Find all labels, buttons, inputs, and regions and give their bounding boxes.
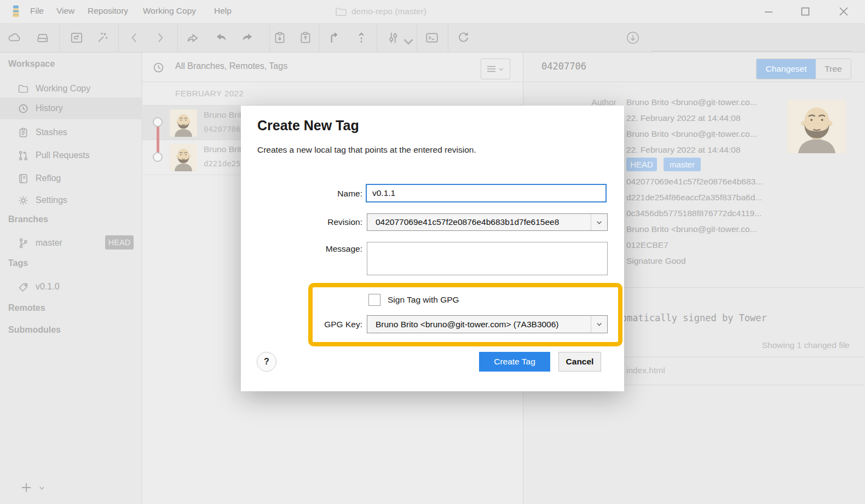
menu-view[interactable]: View xyxy=(56,6,74,16)
maximize-button[interactable] xyxy=(793,0,818,23)
window-title: demo-repo (master) xyxy=(351,7,426,16)
scroll-to-head-icon[interactable] xyxy=(626,31,640,45)
stash-save-icon[interactable] xyxy=(298,31,313,45)
cloud-icon[interactable] xyxy=(8,31,22,45)
local-drive-icon[interactable] xyxy=(36,31,50,45)
toolbar xyxy=(0,23,865,53)
tag-message-textarea[interactable] xyxy=(367,242,608,275)
compare-dropdown-chevron-icon[interactable] xyxy=(401,34,416,49)
minimize-button[interactable] xyxy=(756,0,781,23)
sidebar-item-label: Stashes xyxy=(36,128,67,137)
back-icon[interactable] xyxy=(128,31,142,45)
help-button[interactable]: ? xyxy=(257,352,276,372)
master-ref-badge[interactable]: master xyxy=(664,158,701,171)
sidebar-item-label: v0.1.0 xyxy=(36,282,60,292)
commit-avatar xyxy=(170,144,197,171)
sidebar-item-stashes[interactable]: Stashes xyxy=(0,123,142,142)
signer-row: Bruno Brito <bruno@git-tower.co... xyxy=(626,224,757,234)
create-tag-button[interactable]: Create Tag xyxy=(479,352,550,372)
share-arrow-icon[interactable] xyxy=(186,31,200,45)
dialog-subtitle: Creates a new local tag that points at t… xyxy=(257,145,476,155)
menu-help[interactable]: Help xyxy=(214,6,232,16)
tab-changeset[interactable]: Changeset xyxy=(757,59,816,79)
dialog-title: Create New Tag xyxy=(257,118,359,134)
pull-request-icon xyxy=(18,150,29,161)
sidebar-item-label: Working Copy xyxy=(36,84,90,94)
head-badge: HEAD xyxy=(105,235,134,250)
sidebar-item-pull-requests[interactable]: Pull Requests xyxy=(0,146,142,165)
menu-repository[interactable]: Repository xyxy=(88,6,128,16)
chevron-down-icon xyxy=(38,484,45,491)
sidebar-item-reflog[interactable]: Reflog xyxy=(0,169,142,188)
commit-author: Bruno Brito xyxy=(204,144,246,154)
stash-apply-icon[interactable] xyxy=(273,31,287,45)
signature-status-row: Signature Good xyxy=(626,256,686,266)
menu-bar: File View Repository Working Copy Help d… xyxy=(0,0,865,23)
clock-icon xyxy=(18,103,29,114)
add-repository-button[interactable] xyxy=(20,481,45,494)
section-submodules: Submodules xyxy=(8,325,61,335)
hamburger-icon xyxy=(487,65,496,73)
push-icon[interactable] xyxy=(354,31,368,45)
history-filter-button[interactable] xyxy=(481,59,510,79)
tag-icon xyxy=(18,281,29,293)
gpg-key-select[interactable]: Bruno Brito <bruno@git-tower.com> (7A3B3… xyxy=(367,315,608,333)
cancel-button[interactable]: Cancel xyxy=(558,352,601,372)
menu-working-copy[interactable]: Working Copy xyxy=(143,6,196,16)
sidebar-item-label: Pull Requests xyxy=(36,150,90,160)
changed-files-note: Showing 1 changed file xyxy=(762,340,850,350)
chevron-down-icon xyxy=(498,66,504,72)
changed-file-name[interactable]: index.html xyxy=(626,366,665,375)
close-button[interactable] xyxy=(831,0,856,23)
open-repository-icon[interactable] xyxy=(70,31,84,45)
sign-tag-checkbox[interactable] xyxy=(368,294,380,306)
author-date: 22. February 2022 at 14:44:08 xyxy=(626,113,741,123)
commit-hash-short: 04207706 xyxy=(541,61,586,72)
head-ref-badge[interactable]: HEAD xyxy=(626,158,657,171)
commit-graph-node xyxy=(153,152,163,162)
changeset-tab-group: Changeset Tree xyxy=(756,59,851,79)
committer-value: Bruno Brito <bruno@git-tower.co... xyxy=(626,129,757,139)
commit-graph-node xyxy=(153,117,163,127)
sidebar-item-history[interactable]: History xyxy=(0,97,142,119)
gear-icon xyxy=(18,195,29,206)
changeset-header: 04207706 Changeset Tree xyxy=(523,53,865,82)
plus-icon xyxy=(20,481,33,494)
sign-tag-checkbox-label: Sign Tag with GPG xyxy=(388,295,459,305)
magic-wand-icon[interactable] xyxy=(95,31,109,45)
sidebar-item-working-copy[interactable]: Working Copy xyxy=(0,79,142,99)
commit-message: automatically signed by Tower xyxy=(604,312,767,323)
gpg-key-value: Bruno Brito <bruno@git-tower.com> (7A3B3… xyxy=(367,320,591,329)
undo-icon[interactable] xyxy=(214,31,228,45)
sidebar-item-label: master xyxy=(36,238,62,248)
revision-chevron-icon[interactable] xyxy=(591,214,607,230)
commit-avatar xyxy=(170,109,197,137)
message-label: Message: xyxy=(241,244,362,254)
refresh-icon[interactable] xyxy=(456,31,470,45)
revision-select[interactable]: 042077069e41c57f2e0876e4b683b1d7fe615ee8 xyxy=(367,213,608,231)
sidebar-item-label: Settings xyxy=(36,195,67,205)
tab-tree[interactable]: Tree xyxy=(816,59,851,79)
sidebar-item-tag-v010[interactable]: v0.1.0 xyxy=(0,277,142,297)
menu-file[interactable]: File xyxy=(30,6,44,16)
section-branches: Branches xyxy=(8,215,48,224)
author-avatar xyxy=(787,100,846,153)
section-workspace: Workspace xyxy=(8,59,55,69)
name-label: Name: xyxy=(241,189,362,199)
terminal-icon[interactable] xyxy=(425,31,439,45)
section-tags: Tags xyxy=(8,258,28,268)
create-new-tag-dialog: Create New Tag Creates a new local tag t… xyxy=(241,106,624,391)
tag-name-input[interactable] xyxy=(366,184,607,202)
forward-icon[interactable] xyxy=(153,31,167,45)
author-value: Bruno Brito <bruno@git-tower.co... xyxy=(626,97,757,107)
redo-icon[interactable] xyxy=(240,31,255,45)
tree-sha-row: 0c3456db5775188f876772dc4119... xyxy=(626,208,762,218)
sidebar-item-settings[interactable]: Settings xyxy=(0,190,142,210)
tower-app-window: File View Repository Working Copy Help d… xyxy=(0,0,865,504)
gpg-key-chevron-icon[interactable] xyxy=(591,316,607,333)
compare-icon[interactable] xyxy=(386,31,400,45)
history-header: All Branches, Remotes, Tags xyxy=(142,53,523,82)
pull-merge-icon[interactable] xyxy=(327,31,341,45)
section-remotes: Remotes xyxy=(8,303,45,313)
parent-sha-row: d221de254f86eaccf2a35f837ba6d... xyxy=(626,193,762,202)
